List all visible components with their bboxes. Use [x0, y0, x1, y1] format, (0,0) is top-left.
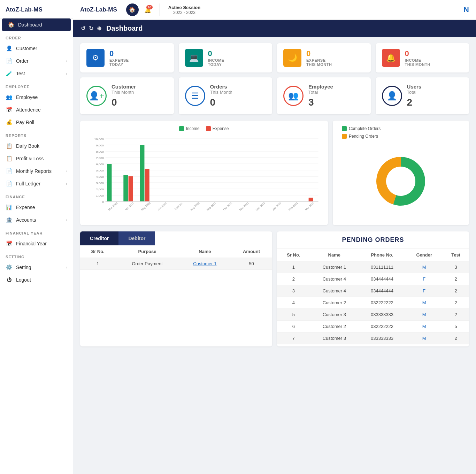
sidebar-section-title: REPORTS — [0, 129, 73, 140]
pending-cell: 2 — [443, 332, 469, 344]
stat-label-bottom-income-month: THIS MONTH — [405, 62, 430, 67]
pending-col-header: Phone No. — [359, 249, 406, 261]
creditor-table-container: Sr No.PurposeNameAmount 1Order PaymentCu… — [80, 245, 272, 270]
stat-value-income-today: 0 — [208, 49, 224, 58]
pending-cell: 032222222 — [359, 321, 406, 332]
creditor-debitor-card: Creditor Debitor Sr No.PurposeNameAmount… — [80, 231, 272, 346]
creditor-name-cell[interactable]: Customer 1 — [179, 258, 231, 270]
svg-text:Mar-2023: Mar-2023 — [304, 202, 315, 211]
bar-legend-item: Expense — [206, 126, 229, 131]
count-info-employee-total: Employee Total 3 — [308, 84, 333, 108]
table-tabs: Creditor Debitor — [80, 231, 272, 245]
pending-gender-cell: M — [406, 261, 443, 273]
pending-cell: Customer 3 — [310, 332, 359, 344]
svg-rect-27 — [140, 145, 144, 201]
pending-table-row: 7Customer 3033333333M2 — [277, 332, 469, 344]
stat-label-bottom-expense-today: TODAY — [109, 62, 129, 67]
sidebar-section-title: ORDER — [0, 31, 73, 42]
topbar-session-value: 2022 - 2023 — [168, 10, 201, 15]
bar-chart-area: 01,0002,0003,0004,0005,0006,0007,0008,00… — [86, 135, 322, 212]
sidebar-item-fullledger[interactable]: 📄Full Ledger› — [0, 177, 73, 190]
sidebar-item-payroll[interactable]: 💰Pay Roll — [0, 116, 73, 129]
svg-text:8,000: 8,000 — [96, 150, 104, 153]
pending-table-row: 2Customer 4034444444F2 — [277, 273, 469, 285]
pending-col-header: Test — [443, 249, 469, 261]
count-subtitle-customer-month: This Month — [112, 90, 136, 95]
donut-legend-dot — [342, 126, 347, 131]
count-title-employee-total: Employee — [308, 84, 333, 90]
pending-cell: Customer 2 — [310, 297, 359, 309]
stat-label-top-income-today: INCOME — [208, 58, 224, 62]
count-circle-orders-month: ☰ — [185, 86, 205, 106]
topbar-bell-badge: 10 — [146, 5, 153, 9]
pending-table-row: 3Customer 4034444444F2 — [277, 285, 469, 297]
svg-text:2,000: 2,000 — [96, 188, 104, 191]
pending-cell: 033333333 — [359, 344, 406, 347]
sidebar-item-monthlyreports[interactable]: 📄Monthly Reports› — [0, 165, 73, 177]
donut-legend-dot — [342, 134, 347, 139]
pending-table-row: 6Customer 2032222222M5 — [277, 321, 469, 332]
creditor-col-header: Name — [179, 245, 231, 258]
tab-debitor[interactable]: Debitor — [118, 231, 155, 245]
count-info-users-total: Users Total 2 — [407, 84, 422, 108]
topbar-app-name: AtoZ-Lab-MS — [80, 6, 117, 13]
bar-legend-item: Income — [179, 126, 199, 131]
svg-text:3,000: 3,000 — [96, 182, 104, 185]
pending-cell: 2 — [277, 273, 310, 285]
count-title-customer-month: Customer — [112, 84, 136, 90]
svg-text:1,000: 1,000 — [96, 194, 104, 197]
sidebar-item-customer[interactable]: 👤Customer — [0, 42, 73, 55]
sidebar-item-employee[interactable]: 👥Employee — [0, 91, 73, 104]
pending-cell: 7 — [277, 332, 310, 344]
pending-cell: 4 — [277, 297, 310, 309]
count-value-users-total: 2 — [407, 97, 422, 108]
refresh-icon[interactable]: ↻ — [89, 25, 93, 32]
sidebar-item-attendence[interactable]: 📅Attendence — [0, 104, 73, 116]
pending-cell: Customer 2 — [310, 321, 359, 332]
creditor-col-header: Amount — [231, 245, 272, 258]
pending-cell: 5 — [277, 309, 310, 321]
stat-icon-income-today: 💻 — [185, 49, 203, 67]
svg-rect-39 — [309, 198, 313, 201]
topbar-home-icon[interactable]: 🏠 — [126, 3, 139, 16]
sidebar-item-financialyear[interactable]: 📅Financial Year — [0, 237, 73, 250]
setting-icon: ⚙️ — [6, 264, 13, 270]
sidebar-sections: ORDER👤Customer📄Order›🧪Test›EMPLOYEE👥Empl… — [0, 31, 73, 286]
pending-orders-title: PENDING ORDERS — [277, 231, 469, 249]
topbar-session: Active Session 2022 - 2023 — [168, 5, 201, 15]
add-icon[interactable]: ⊕ — [97, 25, 101, 32]
sidebar-item-expense[interactable]: 📊Expense — [0, 201, 73, 214]
pending-cell: 6 — [277, 321, 310, 332]
svg-text:0: 0 — [102, 200, 104, 204]
svg-text:Apr-2022: Apr-2022 — [124, 202, 135, 211]
sidebar-item-dailybook[interactable]: 📋Daily Book — [0, 140, 73, 152]
content-area: ⚙ 0 EXPENSE TODAY 💻 0 INCOME TODAY 🌙 0 E… — [73, 37, 476, 474]
dashboard-icon: 🏠 — [8, 22, 15, 28]
stat-info-expense-month: 0 EXPENSE THIS MONTH — [306, 49, 332, 67]
sidebar-item-dashboard[interactable]: 🏠 Dashboard — [2, 18, 71, 31]
topbar-divider2 — [209, 3, 209, 16]
sidebar-item-logout[interactable]: ⏻Logout — [0, 274, 73, 286]
sidebar-item-accounts[interactable]: 🏦Accounts› — [0, 214, 73, 226]
sidebar-item-test[interactable]: 🧪Test› — [0, 67, 73, 80]
stat-icon-expense-month: 🌙 — [283, 49, 301, 67]
sidebar-item-setting[interactable]: ⚙️Setting› — [0, 261, 73, 274]
sidebar-section-title: EMPLOYEE — [0, 80, 73, 91]
sidebar-item-order[interactable]: 📄Order› — [0, 55, 73, 67]
pending-gender-cell: F — [406, 273, 443, 285]
count-title-orders-month: Orders — [210, 84, 232, 90]
svg-text:Mar-2022: Mar-2022 — [108, 202, 118, 211]
topbar-bell[interactable]: 🔔 10 — [144, 7, 151, 13]
pending-cell: 034444444 — [359, 273, 406, 285]
back-icon[interactable]: ↺ — [81, 25, 85, 32]
tab-creditor[interactable]: Creditor — [80, 231, 118, 245]
stat-value-expense-today: 0 — [109, 49, 129, 58]
donut-chart-container — [338, 143, 463, 220]
stat-label-top-expense-today: EXPENSE — [109, 58, 129, 62]
stat-card-expense-today: ⚙ 0 EXPENSE TODAY — [80, 43, 174, 72]
sidebar-dashboard-label: Dashboard — [18, 22, 42, 28]
count-card-users-total: 👤 Users Total 2 — [376, 77, 469, 114]
creditor-col-header: Purpose — [115, 245, 179, 258]
sidebar-item-profitloss[interactable]: 📋Profit & Loss — [0, 152, 73, 165]
stat-info-expense-today: 0 EXPENSE TODAY — [109, 49, 129, 67]
